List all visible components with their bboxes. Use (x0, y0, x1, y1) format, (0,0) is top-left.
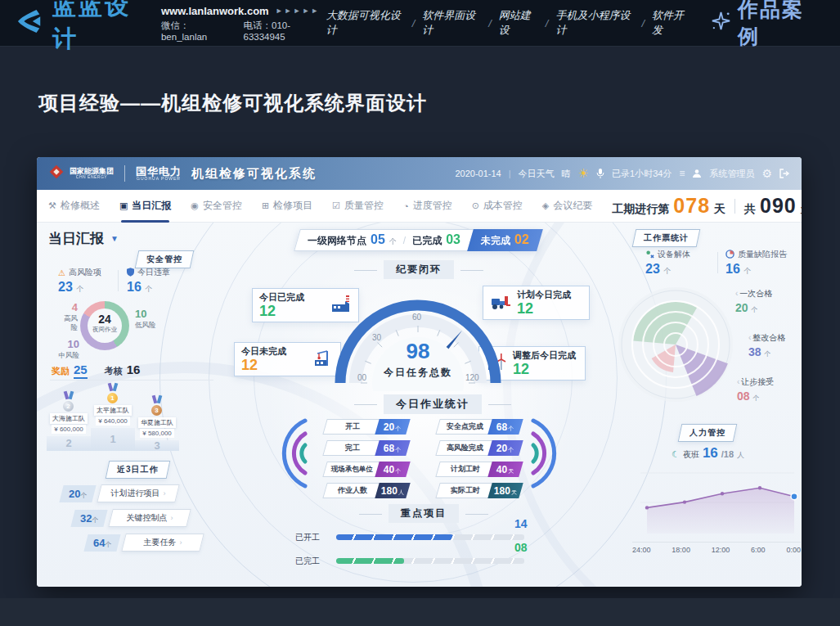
stat-pill-workers: 作业人数 180人 (325, 483, 408, 498)
equipment-disassembly-stat: 设备解体 23 个 (645, 249, 690, 277)
defect-clock-icon (725, 250, 734, 260)
tab-progress[interactable]: ◔进度管控 (403, 190, 452, 223)
service-website[interactable]: 网站建设 (499, 8, 538, 38)
days-total: 090 (760, 194, 797, 218)
chn-energy-logo-icon (48, 164, 65, 183)
chevron-right-icon: › (164, 489, 166, 498)
node-done-count: 03 (446, 232, 460, 247)
recent-work-badge: 近3日工作 (106, 461, 170, 479)
stat-pill-started: 开工 20个 (325, 419, 408, 435)
right-arc-decoration (529, 416, 570, 494)
donut-low-risk-callout: 10低风险 (135, 308, 156, 330)
user-role[interactable]: 系统管理员 (709, 168, 754, 180)
project-duration: 工期进行第 078 天 共 090 天 (612, 194, 802, 218)
manpower-badge: 人力管控 (678, 424, 738, 442)
node-undone-count: 02 (514, 232, 529, 247)
item-label: 计划进行项目› (97, 484, 180, 502)
coin-icon: ⊙ (472, 200, 479, 211)
item-label: 主要任务› (122, 534, 204, 552)
microphone-icon[interactable] (596, 168, 604, 179)
podium-second-place: 2 大海施工队 ¥ 600,000 2 (47, 391, 91, 451)
tab-safety[interactable]: ◉安全管控 (191, 190, 242, 223)
logout-icon[interactable] (779, 169, 790, 178)
stat-pill-contractors: 现场承包单位 40个 (325, 462, 408, 477)
donut-mid-risk-callout: 10中风险 (56, 338, 79, 360)
topbar-status: 2020-01-14 | 今日天气 晴 ☀ 已录1小时34分 ≡ 系统管理员 ⚙ (455, 166, 790, 181)
report-icon: ▣ (119, 200, 128, 211)
started-count: 14 (514, 517, 528, 530)
violation-stat: 今日违章 16 个 (127, 267, 170, 295)
gear-icon[interactable]: ⚙ (761, 167, 772, 180)
chevron-right-icon: › (180, 538, 182, 547)
service-separator: / (488, 17, 492, 29)
shield-icon (127, 268, 134, 278)
services-nav: 大数据可视化设计 / 软件界面设计 / 网站建设 / 手机及小程序设计 / 软件… (326, 8, 691, 38)
service-mobile[interactable]: 手机及小程序设计 (555, 8, 634, 38)
lanlan-logo-icon (15, 8, 46, 38)
team-amount: ¥ 600,000 (52, 425, 86, 434)
daily-report-dropdown[interactable]: 当日汇报 ▼ (48, 229, 119, 248)
tab-quality[interactable]: ☑质量管控 (332, 190, 384, 223)
footer-strip (0, 598, 840, 626)
org2-name-en: GUOHUA POWER (136, 177, 182, 181)
stat-pill-safety-points: 安全点完成 68个 (438, 419, 521, 435)
work-stats-title: 今日作业统计 (384, 394, 482, 414)
weather-label: 今日天气 (519, 168, 555, 180)
gear-figure-icon (645, 250, 654, 260)
stat-pill-highrisk-done: 高风险完成 20个 (438, 440, 521, 456)
line-chart-x-axis: 24:0018:00 12:006:00 0:00 (632, 542, 801, 554)
moon-icon: ☾ (672, 449, 680, 460)
night-shift-stat: ☾ 夜班 16 /18 人 (672, 445, 744, 462)
service-dev[interactable]: 软件开发 (652, 8, 691, 38)
safety-control-badge: 安全管控 (135, 250, 195, 268)
concession-stat: ‹让步接受 08 个 (737, 376, 774, 403)
check-icon: ☑ (332, 200, 340, 211)
grid-icon: ⊞ (262, 200, 269, 211)
team-amount: ¥ 640,000 (96, 417, 130, 426)
bronze-medal-icon: 3 (150, 395, 164, 416)
count-chip: 64个 (83, 534, 121, 552)
podium-third-place: 3 华夏施工队 ¥ 580,000 3 (135, 395, 179, 451)
high-risk-stat: ⚠高风险项 23 个 (58, 267, 101, 295)
site-header: 蓝蓝设计 www.lanlanwork.com ►►►►► 微信：ben_lan… (0, 0, 840, 47)
manpower-line-chart (637, 465, 797, 537)
podium-step: 1 (91, 428, 135, 451)
dashboard-content: 当日汇报 ▼ 安全管控 ⚠高风险项 23 个 今日违章 16 个 24 夜间作业 (37, 223, 802, 587)
item-label: 关键控制点› (109, 509, 191, 527)
notes-icon: ◈ (542, 200, 549, 211)
tab-overview[interactable]: ⚒检修概述 (48, 190, 100, 223)
service-software-ui[interactable]: 软件界面设计 (422, 8, 481, 38)
days-elapsed: 078 (673, 194, 710, 218)
system-title: 机组检修可视化系统 (191, 166, 317, 182)
tab-daily-report[interactable]: ▣当日汇报 (119, 190, 171, 223)
phone-contact: 电话：010-63334945 (244, 20, 326, 42)
team-amount: ¥ 580,000 (140, 429, 174, 438)
site-logo[interactable]: 蓝蓝设计 (15, 0, 148, 56)
planned-projects-item[interactable]: 20个 计划进行项目› (61, 484, 177, 502)
tab-projects[interactable]: ⊞检修项目 (262, 190, 312, 223)
list-icon[interactable]: ≡ (679, 168, 685, 179)
podium-step: 3 (135, 440, 179, 451)
date-display: 2020-01-14 (455, 169, 501, 178)
divider (50, 380, 213, 381)
page: 蓝蓝设计 www.lanlanwork.com ►►►►► 微信：ben_lan… (0, 0, 840, 626)
count-chip: 32个 (70, 510, 108, 527)
tab-minutes[interactable]: ◈会议纪要 (542, 190, 592, 223)
portfolio-link[interactable]: 作品案例 (711, 0, 819, 50)
service-separator: / (412, 17, 416, 29)
tab-cost[interactable]: ⊙成本管控 (472, 190, 523, 223)
finished-bar-label: 已完工 (295, 556, 320, 567)
key-control-points-item[interactable]: 32个 关键控制点› (73, 509, 189, 527)
main-tasks-item[interactable]: 64个 主要任务› (86, 534, 202, 552)
chevron-right-icon: › (171, 514, 173, 522)
uncompleted-today-card: 今日未完成 12 (234, 342, 341, 376)
first-pass-stat: ‹一次合格 20 个 (735, 288, 772, 314)
shield-icon: ◉ (191, 200, 199, 211)
service-bigdata[interactable]: 大数据可视化设计 (326, 8, 405, 38)
site-url[interactable]: www.lanlanwork.com (161, 5, 269, 17)
silver-medal-icon: 2 (62, 391, 75, 412)
donut-high-risk-callout: 4高风险 (58, 301, 78, 332)
gold-medal-icon: 1 (106, 383, 119, 403)
stat-pill-finished: 完工 68个 (325, 440, 408, 456)
finished-progress-bar (336, 558, 524, 564)
